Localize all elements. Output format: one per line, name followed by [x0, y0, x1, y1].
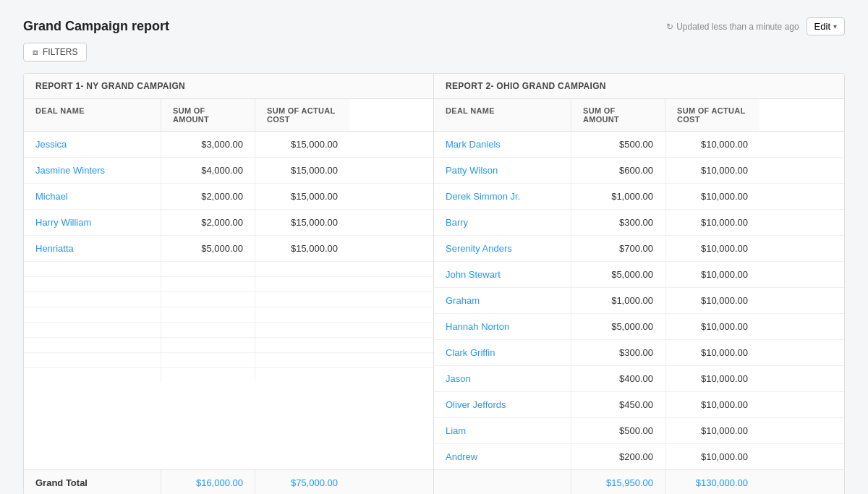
- deal-name-cell[interactable]: Jason: [434, 366, 571, 391]
- amount-cell: $450.00: [571, 392, 665, 417]
- table-row-empty: [24, 323, 433, 338]
- cost-cell: $10,000.00: [665, 340, 760, 365]
- amount-cell: $400.00: [571, 366, 665, 391]
- table-row-empty: [24, 353, 433, 368]
- deal-name-cell[interactable]: Oliver Jeffords: [434, 392, 571, 417]
- cost-cell: $15,000.00: [255, 210, 349, 235]
- empty-cell: [24, 262, 161, 276]
- table-row: Derek Simmon Jr. $1,000.00 $10,000.00: [434, 184, 844, 210]
- empty-cell: [255, 368, 349, 383]
- cost-cell: $10,000.00: [665, 366, 760, 391]
- cost-cell: $10,000.00: [665, 158, 760, 183]
- table-row-empty: [24, 307, 433, 323]
- grand-total-cost-r1: $75,000.00: [255, 470, 349, 494]
- reports-table: REPORT 1- NY GRAND CAMPAIGN REPORT 2- OH…: [23, 73, 845, 494]
- table-row: Jasmine Winters $4,000.00 $15,000.00: [24, 158, 433, 184]
- deal-name-cell[interactable]: Mark Daniels: [434, 132, 571, 157]
- cost-cell: $15,000.00: [255, 236, 349, 261]
- table-row: Jessica $3,000.00 $15,000.00: [24, 132, 433, 158]
- table-row: Barry $300.00 $10,000.00: [434, 210, 844, 236]
- report1-columns: DEAL NAME SUM OF AMOUNT SUM OF ACTUAL CO…: [24, 99, 434, 131]
- chevron-down-icon: ▾: [833, 22, 837, 30]
- refresh-icon: ↻: [666, 22, 673, 32]
- updated-text: ↻ Updated less than a minute ago: [666, 22, 799, 32]
- cost-cell: $10,000.00: [665, 418, 760, 443]
- empty-cell: [255, 323, 349, 337]
- deal-name-cell[interactable]: Clark Griffin: [434, 340, 571, 365]
- deal-name-cell[interactable]: Harry William: [24, 210, 161, 235]
- table-row: Andrew $200.00 $10,000.00: [434, 444, 844, 469]
- deal-name-cell[interactable]: Jasmine Winters: [24, 158, 161, 183]
- empty-cell: [161, 338, 255, 352]
- deal-name-cell[interactable]: Liam: [434, 418, 571, 443]
- table-row: Liam $500.00 $10,000.00: [434, 418, 844, 444]
- deal-name-cell[interactable]: Derek Simmon Jr.: [434, 184, 571, 209]
- deal-name-cell[interactable]: John Stewart: [434, 262, 571, 287]
- table-row-empty: [24, 277, 433, 292]
- deal-name-cell[interactable]: Andrew: [434, 444, 571, 469]
- cost-cell: $15,000.00: [255, 132, 349, 157]
- grand-total-empty: [434, 470, 571, 494]
- empty-cell: [255, 338, 349, 352]
- deal-name-cell[interactable]: Michael: [24, 184, 161, 209]
- amount-cell: $300.00: [571, 340, 665, 365]
- deal-name-cell[interactable]: Serenity Anders: [434, 236, 571, 261]
- deal-name-cell[interactable]: Graham: [434, 288, 571, 313]
- report2-data: Mark Daniels $500.00 $10,000.00 Patty Wi…: [434, 132, 844, 469]
- table-row: Oliver Jeffords $450.00 $10,000.00: [434, 392, 844, 418]
- deal-name-cell[interactable]: Henriatta: [24, 236, 161, 261]
- empty-cell: [161, 323, 255, 337]
- amount-cell: $200.00: [571, 444, 665, 469]
- amount-cell: $5,000.00: [571, 314, 665, 339]
- amount-cell: $1,000.00: [571, 288, 665, 313]
- table-row: Clark Griffin $300.00 $10,000.00: [434, 340, 844, 366]
- amount-cell: $500.00: [571, 418, 665, 443]
- empty-cell: [24, 292, 161, 307]
- grand-total-label: Grand Total: [24, 470, 161, 494]
- filter-icon: ⧈: [33, 47, 38, 57]
- edit-button[interactable]: Edit ▾: [807, 17, 845, 35]
- table-row: Jason $400.00 $10,000.00: [434, 366, 844, 392]
- empty-cell: [24, 338, 161, 352]
- deal-name-cell[interactable]: Hannah Norton: [434, 314, 571, 339]
- amount-cell: $2,000.00: [161, 210, 255, 235]
- report1-title: REPORT 1- NY GRAND CAMPAIGN: [24, 74, 434, 98]
- report2-col-deal-name: DEAL NAME: [434, 99, 571, 131]
- deal-name-cell[interactable]: Jessica: [24, 132, 161, 157]
- report1-col-sum-cost: SUM OF ACTUAL COST: [255, 99, 349, 131]
- deal-name-cell[interactable]: Barry: [434, 210, 571, 235]
- table-row: Hannah Norton $5,000.00 $10,000.00: [434, 314, 844, 340]
- empty-cell: [24, 368, 161, 383]
- table-row: Harry William $2,000.00 $15,000.00: [24, 210, 433, 236]
- report2-title: REPORT 2- OHIO GRAND CAMPAIGN: [434, 74, 844, 98]
- cost-cell: $10,000.00: [665, 288, 760, 313]
- amount-cell: $300.00: [571, 210, 665, 235]
- table-row: Mark Daniels $500.00 $10,000.00: [434, 132, 844, 158]
- grand-total-right: $15,950.00 $130,000.00: [434, 470, 844, 494]
- cost-cell: $10,000.00: [665, 132, 760, 157]
- empty-cell: [255, 292, 349, 307]
- table-row-empty: [24, 292, 433, 307]
- deal-name-cell[interactable]: Patty Wilson: [434, 158, 571, 183]
- grand-total-row: Grand Total $16,000.00 $75,000.00 $15,95…: [24, 469, 844, 494]
- amount-cell: $600.00: [571, 158, 665, 183]
- empty-cell: [255, 262, 349, 276]
- empty-cell: [161, 307, 255, 322]
- empty-cell: [255, 307, 349, 322]
- amount-cell: $3,000.00: [161, 132, 255, 157]
- columns-header: DEAL NAME SUM OF AMOUNT SUM OF ACTUAL CO…: [24, 99, 844, 132]
- empty-cell: [24, 307, 161, 322]
- empty-cell: [161, 292, 255, 307]
- table-row: John Stewart $5,000.00 $10,000.00: [434, 262, 844, 288]
- cost-cell: $10,000.00: [665, 236, 760, 261]
- grand-total-amount-r2: $15,950.00: [571, 470, 665, 494]
- cost-cell: $15,000.00: [255, 184, 349, 209]
- cost-cell: $10,000.00: [665, 262, 760, 287]
- amount-cell: $1,000.00: [571, 184, 665, 209]
- empty-cell: [161, 368, 255, 383]
- cost-cell: $10,000.00: [665, 444, 760, 469]
- table-row-empty: [24, 368, 433, 383]
- amount-cell: $500.00: [571, 132, 665, 157]
- table-row-empty: [24, 262, 433, 277]
- filters-button[interactable]: ⧈ FILTERS: [23, 43, 87, 61]
